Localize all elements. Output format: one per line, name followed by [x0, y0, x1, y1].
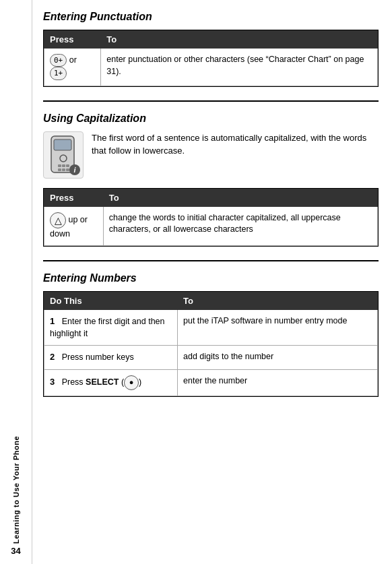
punct-press-cell: 0+ or 1+ [44, 49, 101, 86]
key-0-btn: 0+ [50, 54, 67, 67]
table-row: 1 Enter the first digit and then highlig… [44, 310, 378, 346]
num-col1-header: Do This [44, 292, 178, 310]
punct-col1-header: Press [44, 31, 101, 49]
numbers-heading: Entering Numbers [43, 272, 379, 284]
numbers-table: Do This To 1 Enter the first digit and t… [44, 292, 378, 396]
phone-icon-box: i [43, 131, 84, 179]
or-text: or [69, 55, 77, 65]
page-container: Learning to Use Your Phone 34 Entering P… [0, 0, 392, 564]
row1-do-text: Enter the first digit and then highlight… [50, 317, 165, 338]
num-row2-to-cell: add digits to the number [178, 346, 378, 370]
table-row: △ up or down change the words to initial… [44, 206, 378, 246]
svg-rect-3 [58, 164, 61, 167]
section-divider-2 [43, 260, 379, 261]
table-row: 3 Press SELECT (●) enter the number [44, 369, 378, 396]
main-content: Entering Punctuation Press To 0+ or [32, 0, 392, 564]
select-keyword: SELECT [86, 377, 119, 387]
num-row1-do-cell: 1 Enter the first digit and then highlig… [44, 310, 178, 346]
punctuation-heading: Entering Punctuation [43, 11, 379, 23]
cap-col1-header: Press [44, 189, 104, 206]
key-1-btn: 1+ [50, 67, 67, 80]
row2-do-text: Press number keys [62, 352, 134, 362]
punct-col2-header: To [101, 31, 378, 49]
punct-to-cell: enter punctuation or other characters (s… [101, 49, 378, 86]
row-num-2: 2 [50, 352, 55, 362]
svg-rect-1 [54, 139, 71, 150]
num-row1-to-cell: put the iTAP software in number entry mo… [178, 310, 378, 346]
capitalization-table: Press To △ up or down change the words t… [44, 189, 378, 247]
svg-rect-6 [58, 168, 61, 171]
capitalization-heading: Using Capitalization [43, 113, 379, 125]
sidebar: Learning to Use Your Phone 34 [0, 0, 32, 564]
table-row: 2 Press number keys add digits to the nu… [44, 346, 378, 370]
svg-rect-4 [62, 164, 65, 167]
info-badge: i [69, 164, 80, 175]
sidebar-label: Learning to Use Your Phone [12, 436, 20, 544]
capitalization-section: Using Capitalization i [43, 113, 379, 247]
page-number: 34 [11, 546, 20, 556]
row3-press-label: Press [62, 377, 86, 387]
row-num-1: 1 [50, 316, 55, 326]
svg-rect-5 [66, 164, 69, 167]
cap-col2-header: To [103, 189, 377, 206]
numbers-table-container: Do This To 1 Enter the first digit and t… [43, 291, 379, 397]
punctuation-table-container: Press To 0+ or 1+ enter punctuation or o… [43, 30, 379, 87]
svg-rect-7 [62, 168, 65, 171]
capitalization-info-text: The first word of a sentence is automati… [92, 131, 379, 158]
info-section: i The first word of a sentence is automa… [43, 131, 379, 179]
row3-paren: ( [119, 377, 124, 387]
row3-close-paren: ) [139, 377, 141, 387]
cap-to-cell: change the words to initial character ca… [103, 206, 377, 246]
select-key-icon: ● [124, 375, 139, 390]
nav-circle-icon: △ [50, 212, 66, 228]
punctuation-section: Entering Punctuation Press To 0+ or [43, 11, 379, 87]
section-divider [43, 100, 379, 102]
table-row: 0+ or 1+ enter punctuation or other char… [44, 49, 378, 86]
num-row3-do-cell: 3 Press SELECT (●) [44, 369, 178, 396]
capitalization-table-container: Press To △ up or down change the words t… [43, 188, 379, 247]
num-col2-header: To [178, 292, 378, 310]
num-row3-to-cell: enter the number [178, 369, 378, 396]
punctuation-table: Press To 0+ or 1+ enter punctuation or o… [44, 30, 378, 86]
numbers-section: Entering Numbers Do This To 1 Ente [43, 272, 379, 397]
num-row2-do-cell: 2 Press number keys [44, 346, 178, 370]
cap-press-cell: △ up or down [44, 206, 104, 246]
row-num-3: 3 [50, 377, 55, 387]
